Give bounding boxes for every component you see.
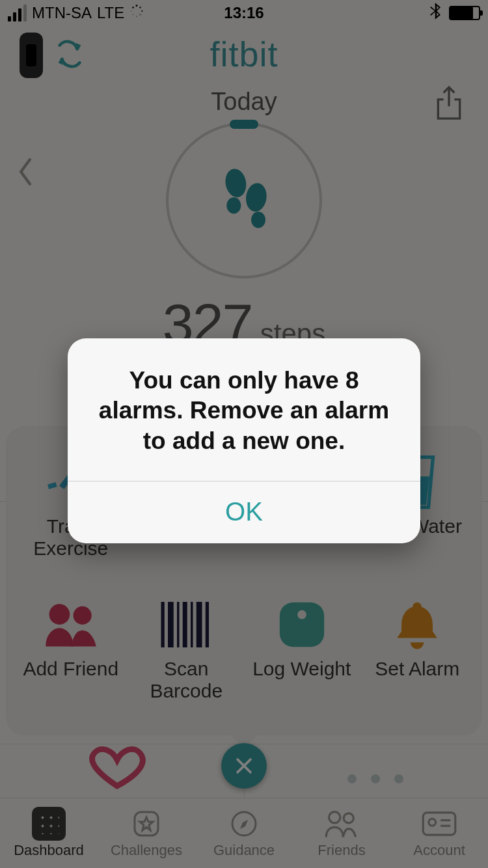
alert-message: You can only have 8 alarms. Remove an al… [68,338,420,481]
alert-ok-button[interactable]: OK [68,481,420,543]
alert-dialog: You can only have 8 alarms. Remove an al… [68,338,420,543]
